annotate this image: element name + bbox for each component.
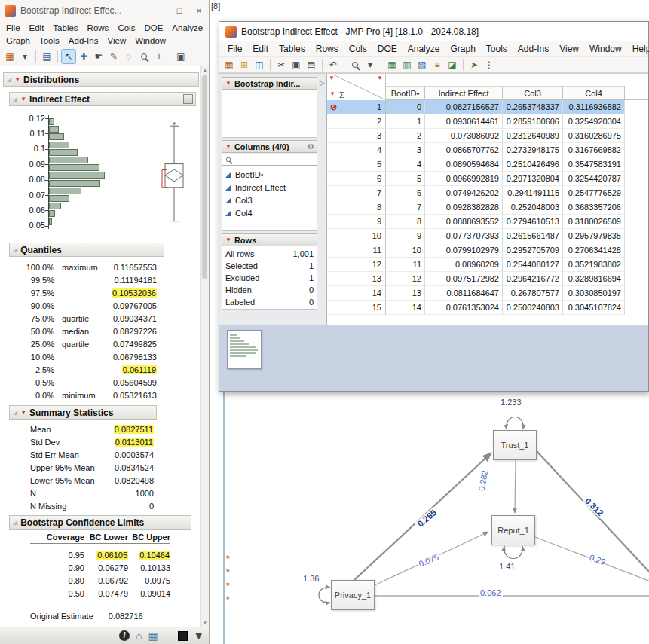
edge-label-privacy-out[interactable]: 0.062 (479, 588, 503, 597)
table-cell[interactable]: 11 (386, 258, 425, 272)
histogram-bar[interactable] (49, 195, 69, 202)
row-number[interactable]: 2 (327, 114, 386, 129)
menu-analyze[interactable]: Analyze (403, 44, 445, 54)
disclosure-icon[interactable]: ◢ (13, 96, 17, 102)
table-row[interactable]: 540.08905946840.25104264960.3547583191 (327, 157, 648, 172)
columns-settings-icon[interactable]: ⚙ (308, 142, 314, 151)
table-cell[interactable]: 3 (386, 143, 425, 157)
status-dropdown-icon[interactable]: ▼ (194, 630, 204, 642)
histogram-bar[interactable] (49, 210, 55, 217)
grabber-hand-tool-icon[interactable]: ☛ (92, 50, 106, 63)
scroll-up-icon[interactable]: ▲ (201, 68, 210, 72)
column-item[interactable]: BootID• (222, 168, 317, 181)
columns-search-input[interactable] (234, 156, 314, 164)
menu-tools[interactable]: Tools (35, 35, 64, 46)
histogram-bar[interactable] (49, 180, 100, 187)
table-cell[interactable]: 0.073086092 (425, 129, 503, 143)
table-cell[interactable]: 0.267807577 (503, 286, 563, 301)
menu-addins[interactable]: Add-Ins (513, 44, 554, 54)
rows-menu-icon[interactable]: ▼ (329, 75, 335, 81)
table-cell[interactable]: 10 (386, 243, 425, 258)
table-cell[interactable]: 0.2957979835 (563, 229, 625, 243)
vertical-scrollbar[interactable]: ▲ ▼ (200, 66, 209, 627)
panel-collapse-icon[interactable]: ▷ (320, 79, 325, 87)
table-cell[interactable]: 0.3116936582 (563, 100, 625, 114)
table-cell[interactable]: 13 (386, 286, 425, 301)
magnifier-tool-icon[interactable] (137, 50, 151, 63)
row-number[interactable]: 12 (327, 258, 386, 272)
table-cell[interactable]: 4 (386, 157, 425, 172)
table-cell[interactable]: 0.0827156527 (425, 100, 503, 114)
table-row[interactable]: 1090.07737073930.26156614870.2957979835 (327, 229, 648, 243)
diagram-node-trust[interactable]: Trust_1 (493, 430, 537, 460)
table-cell[interactable]: 0.3521983802 (563, 258, 625, 272)
menu-file[interactable]: File (222, 44, 247, 54)
red-triangle-menu-icon[interactable]: ▼ (14, 77, 20, 83)
table-cell[interactable]: 0.0773707393 (425, 229, 503, 243)
row-stat[interactable]: Excluded1 (225, 272, 314, 284)
histogram-bar[interactable] (49, 188, 81, 194)
table-cell[interactable]: 0.2732948175 (503, 143, 563, 157)
outline-header-indirect-effect[interactable]: ◢ ▼ Indirect Effect (9, 92, 196, 106)
disclosure-icon[interactable]: ◢ (13, 410, 17, 416)
edge-label-reput-variance[interactable]: 1.41 (497, 562, 516, 571)
report-button-icon[interactable] (183, 94, 193, 104)
menu-tables[interactable]: Tables (274, 44, 311, 54)
table-cell[interactable]: 0.3289816694 (563, 272, 625, 286)
menu-doe[interactable]: DOE (139, 23, 167, 33)
table-cell[interactable]: 8 (386, 215, 425, 229)
run-script-icon[interactable]: ➤ (467, 58, 481, 72)
menu-analyze[interactable]: Analyze (167, 23, 207, 33)
table-cell[interactable]: 0.2510426496 (503, 157, 563, 172)
row-number[interactable]: 6 (327, 172, 386, 186)
table-cell[interactable]: 0.0930614461 (425, 114, 503, 129)
menu-cols[interactable]: Cols (113, 23, 139, 33)
annotate-tool-icon[interactable]: ▣ (174, 50, 188, 63)
table-row[interactable]: 320.0730860920.23126409890.3160286975 (327, 129, 648, 143)
column-header[interactable]: Col3 (503, 86, 563, 99)
window-manager-icon[interactable]: ▦ (148, 630, 158, 642)
row-stat[interactable]: Hidden0 (225, 284, 314, 296)
red-triangle-menu-icon[interactable]: ▼ (225, 237, 231, 243)
table-cell[interactable]: 0.2952705709 (503, 243, 563, 258)
row-stat[interactable]: Labeled0 (225, 296, 314, 308)
table-cell[interactable]: 0.2653748337 (503, 100, 563, 114)
table-cell[interactable]: 0.3160286975 (563, 129, 625, 143)
disclosure-icon[interactable]: ◢ (13, 520, 17, 526)
table-cell[interactable]: 0.0761353024 (425, 301, 503, 315)
row-stat[interactable]: Selected1 (225, 260, 314, 272)
table-row[interactable]: 210.09306144610.28591006060.3254920304 (327, 114, 648, 129)
red-triangle-menu-icon[interactable]: ▼ (225, 81, 231, 87)
histogram-bar[interactable] (49, 126, 59, 133)
menu-tools[interactable]: Tools (481, 44, 513, 54)
table-cell[interactable]: 0.2971320804 (503, 172, 563, 186)
table-cell[interactable]: 0.0888693552 (425, 215, 503, 229)
table-cell[interactable]: 0.0966992819 (425, 172, 503, 186)
table-cell[interactable]: 0.0975172982 (425, 272, 503, 286)
edge-label-privacy-variance[interactable]: 1.36 (302, 574, 320, 583)
table-cell[interactable]: 0.0799102979 (425, 243, 503, 258)
histogram-bar[interactable] (49, 118, 54, 125)
column-item[interactable]: Col4 (222, 206, 317, 219)
table-cell[interactable]: 0.3045107824 (563, 301, 625, 315)
table-cell[interactable]: 2 (386, 129, 425, 143)
histogram-bar[interactable] (49, 203, 61, 209)
table-row[interactable]: ⊘100.08271565270.26537483370.3116936582 (327, 100, 648, 114)
table-cell[interactable]: 0.2547776529 (563, 186, 625, 200)
table-cell[interactable]: 0.2615661487 (503, 229, 563, 243)
title-bar[interactable]: Bootstrap Indirect Effect - JMP Pro [4] … (219, 22, 648, 41)
diagram-node-privacy[interactable]: Privacy_1 (331, 580, 375, 610)
column-header[interactable]: Indirect Effect (425, 86, 503, 99)
menu-view[interactable]: View (554, 44, 584, 54)
home-window-icon[interactable]: ⌂ (136, 630, 142, 642)
more-icon[interactable]: ⋮ (482, 58, 496, 72)
table-cell[interactable]: 0.08960209 (425, 258, 503, 272)
report-preview-thumbnail[interactable] (227, 330, 262, 369)
columns-panel-header[interactable]: ▼ Columns (4/0) ⚙ (222, 140, 317, 153)
row-number[interactable]: 11 (327, 243, 386, 258)
new-data-table-icon[interactable]: ▦ (222, 58, 236, 72)
menu-window[interactable]: Window (130, 35, 170, 46)
column-item[interactable]: Indirect Effect (222, 181, 317, 194)
copy-icon[interactable]: ▣ (289, 58, 303, 72)
menu-tables[interactable]: Tables (48, 23, 82, 33)
